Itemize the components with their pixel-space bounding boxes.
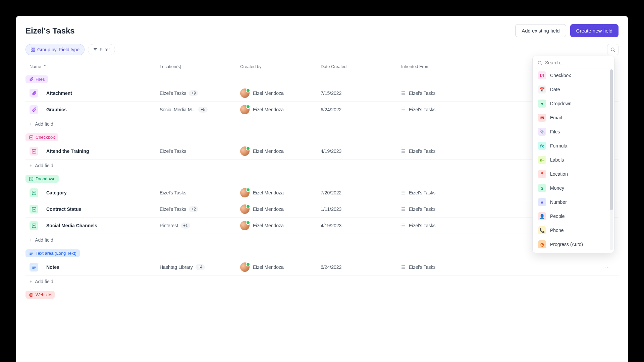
add-field-button[interactable]: +Add field bbox=[25, 118, 619, 130]
create-new-field-button[interactable]: Create new field bbox=[570, 24, 619, 37]
add-existing-field-button[interactable]: Add existing field bbox=[515, 24, 566, 37]
location-more-badge[interactable]: +5 bbox=[198, 107, 208, 113]
field-type-people[interactable]: 👤People bbox=[534, 209, 613, 223]
field-name: Contract Status bbox=[46, 206, 81, 212]
money-icon: $ bbox=[538, 184, 546, 192]
group-by-chip[interactable]: Group by: Field type bbox=[25, 44, 85, 55]
inherited-text: Eizel's Tasks bbox=[409, 190, 435, 195]
group-label: Website bbox=[36, 292, 51, 297]
field-type-date[interactable]: 📅Date bbox=[534, 82, 613, 97]
table-row[interactable]: Notes Hashtag Library+4 Eizel Mendoza 6/… bbox=[25, 259, 619, 276]
plus-icon: + bbox=[30, 237, 32, 243]
field-type-phone[interactable]: 📞Phone bbox=[534, 223, 613, 237]
location-text: Eizel's Tasks bbox=[160, 90, 186, 96]
column-locations[interactable]: Location(s) bbox=[160, 64, 240, 69]
location-more-badge[interactable]: +9 bbox=[189, 90, 198, 96]
svg-rect-2 bbox=[31, 50, 33, 51]
number-icon: # bbox=[538, 198, 546, 206]
phone-icon: 📞 bbox=[538, 226, 546, 234]
group-label: Dropdown bbox=[36, 176, 55, 181]
filter-label: Filter bbox=[100, 47, 110, 52]
list-icon: ☰ bbox=[401, 190, 406, 195]
field-name: Social Media Channels bbox=[46, 223, 97, 228]
text-icon bbox=[29, 251, 34, 256]
table-row[interactable]: Social Media Channels Pinterest+1 Eizel … bbox=[25, 218, 619, 234]
field-type-label: Labels bbox=[550, 157, 564, 163]
avatar bbox=[240, 221, 250, 230]
column-created-by[interactable]: Created by bbox=[240, 64, 321, 69]
add-field-button[interactable]: +Add field bbox=[25, 276, 619, 288]
field-type-dropdown[interactable]: ▾Dropdown bbox=[534, 97, 613, 111]
field-type-formula[interactable]: fxFormula bbox=[534, 139, 613, 153]
field-type-search-input[interactable] bbox=[545, 60, 609, 65]
column-name[interactable]: Name⌃ bbox=[25, 64, 160, 69]
group-label: Text area (Long Text) bbox=[36, 251, 76, 256]
avatar bbox=[240, 188, 250, 197]
add-field-label: Add field bbox=[35, 121, 53, 127]
list-icon: ☰ bbox=[401, 90, 406, 96]
location-text: Pinterest bbox=[160, 223, 178, 228]
svg-point-16 bbox=[538, 61, 541, 64]
field-type-label: Email bbox=[550, 115, 562, 120]
group-textarea-header[interactable]: Text area (Long Text) bbox=[25, 249, 80, 257]
text-icon bbox=[30, 263, 38, 272]
location-icon: 📍 bbox=[538, 170, 546, 178]
table-row[interactable]: Category Eizel's Tasks Eizel Mendoza 7/2… bbox=[25, 185, 619, 201]
location-more-badge[interactable]: +2 bbox=[189, 206, 198, 212]
group-website-header[interactable]: Website bbox=[25, 291, 55, 299]
paperclip-icon bbox=[29, 77, 34, 82]
add-field-label: Add field bbox=[35, 163, 53, 168]
svg-line-17 bbox=[541, 64, 542, 65]
location-text: Eizel's Tasks bbox=[160, 206, 186, 212]
search-icon bbox=[610, 47, 615, 52]
filter-chip[interactable]: Filter bbox=[88, 44, 115, 55]
svg-point-7 bbox=[611, 48, 614, 51]
creator-name: Eizel Mendoza bbox=[253, 206, 284, 212]
field-type-files[interactable]: 📎Files bbox=[534, 125, 613, 139]
checkbox-icon bbox=[29, 135, 34, 140]
field-type-email[interactable]: ✉Email bbox=[534, 111, 613, 125]
creator-name: Eizel Mendoza bbox=[253, 90, 284, 96]
search-button[interactable] bbox=[607, 44, 619, 55]
field-type-progress[interactable]: ◔Progress (Auto) bbox=[534, 237, 613, 251]
group-checkbox-header[interactable]: Checkbox bbox=[25, 133, 58, 141]
inherited-text: Eizel's Tasks bbox=[409, 264, 435, 270]
field-type-label: Phone bbox=[550, 228, 564, 233]
formula-icon: fx bbox=[538, 142, 546, 150]
field-type-checkbox[interactable]: ☑Checkbox bbox=[534, 68, 613, 82]
svg-rect-3 bbox=[33, 50, 35, 51]
field-type-location[interactable]: 📍Location bbox=[534, 167, 613, 181]
svg-rect-9 bbox=[30, 135, 33, 139]
field-type-money[interactable]: $Money bbox=[534, 181, 613, 195]
svg-line-8 bbox=[614, 51, 615, 52]
table-row[interactable]: Attachment Eizel's Tasks+9 Eizel Mendoza… bbox=[25, 85, 619, 102]
location-text: Social Media M... bbox=[160, 107, 196, 112]
field-type-label: Formula bbox=[550, 143, 567, 148]
list-icon: ☰ bbox=[401, 206, 406, 212]
row-more-button[interactable]: ⋯ bbox=[605, 264, 619, 270]
field-type-number[interactable]: #Number bbox=[534, 195, 613, 209]
field-type-label: Money bbox=[550, 185, 564, 191]
field-name: Graphics bbox=[46, 107, 67, 112]
plus-icon: + bbox=[30, 121, 32, 127]
group-dropdown-header[interactable]: Dropdown bbox=[25, 175, 59, 183]
add-field-button[interactable]: +Add field bbox=[25, 234, 619, 246]
dropdown-icon bbox=[30, 205, 38, 214]
checkbox-icon bbox=[30, 147, 38, 156]
location-text: Eizel's Tasks bbox=[160, 148, 186, 154]
svg-rect-0 bbox=[31, 48, 33, 49]
table-row[interactable]: Contract Status Eizel's Tasks+2 Eizel Me… bbox=[25, 201, 619, 218]
group-by-label: Group by: Field type bbox=[37, 47, 79, 52]
column-date-created[interactable]: Date Created bbox=[321, 64, 401, 69]
location-more-badge[interactable]: +1 bbox=[181, 223, 190, 229]
group-files-header[interactable]: Files bbox=[25, 75, 48, 83]
dropdown-scrollbar[interactable] bbox=[610, 69, 613, 250]
add-field-button[interactable]: +Add field bbox=[25, 160, 619, 172]
svg-rect-10 bbox=[32, 149, 36, 153]
table-row[interactable]: Attend the Training Eizel's Tasks Eizel … bbox=[25, 143, 619, 160]
table-row[interactable]: Graphics Social Media M...+5 Eizel Mendo… bbox=[25, 102, 619, 118]
checkbox-icon: ☑ bbox=[538, 71, 546, 79]
people-icon: 👤 bbox=[538, 212, 546, 220]
location-more-badge[interactable]: +4 bbox=[196, 264, 205, 270]
field-type-labels[interactable]: 🏷Labels bbox=[534, 153, 613, 167]
